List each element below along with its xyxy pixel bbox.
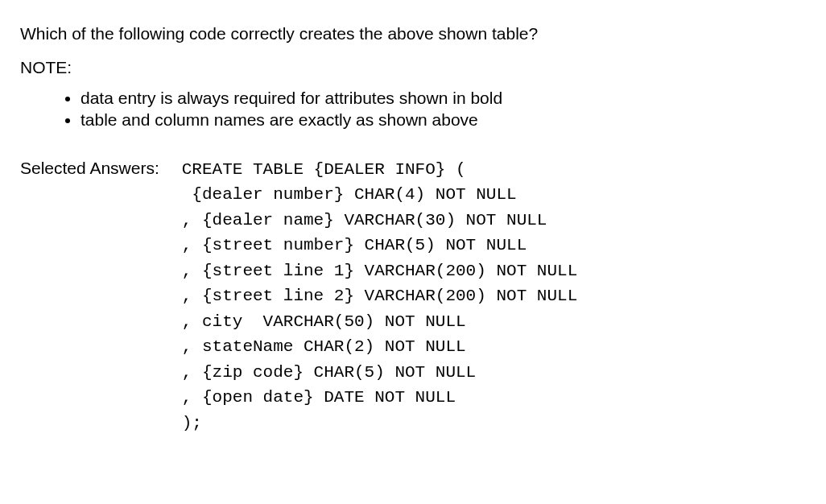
answer-section: Selected Answers: CREATE TABLE {DEALER I…: [20, 157, 806, 436]
note-item: table and column names are exactly as sh…: [81, 109, 806, 130]
note-item: data entry is always required for attrib…: [81, 87, 806, 109]
question-text: Which of the following code correctly cr…: [20, 24, 806, 43]
sql-code-block: CREATE TABLE {DEALER INFO} ( {dealer num…: [182, 157, 577, 436]
note-list: data entry is always required for attrib…: [20, 87, 806, 131]
selected-answers-label: Selected Answers:: [20, 157, 159, 178]
note-label: NOTE:: [20, 58, 806, 77]
